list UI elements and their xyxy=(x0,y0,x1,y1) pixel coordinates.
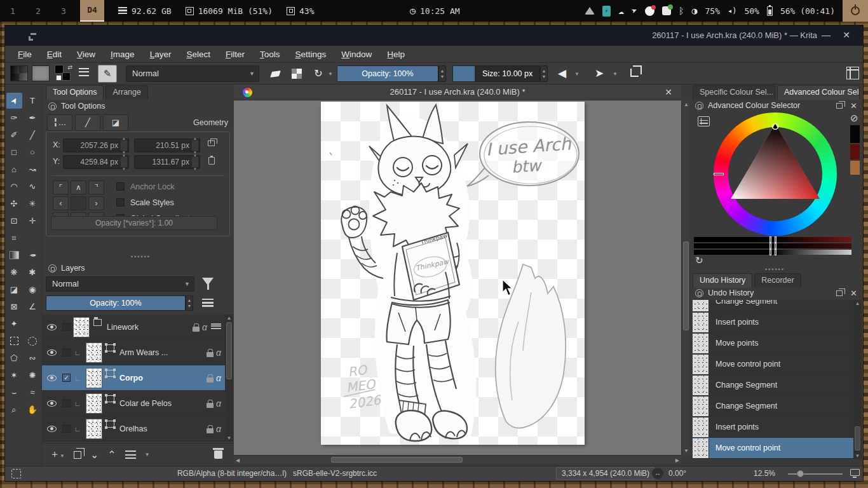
freehand-select-tool[interactable]: ∾ xyxy=(25,350,41,366)
no-color-icon[interactable]: ⊘ xyxy=(850,112,858,124)
interaction-mode-button[interactable]: ╏… xyxy=(47,114,72,131)
undo-item[interactable]: Change Segment xyxy=(693,375,853,396)
layer-row-corpo[interactable]: ✓ ∟ Corpo α xyxy=(42,365,225,391)
scroll-up-icon[interactable]: ▲ xyxy=(684,102,689,107)
scroll-up-icon[interactable]: ▲ xyxy=(853,301,862,306)
transform-tool[interactable]: ⊡ xyxy=(6,213,22,229)
size-slider[interactable]: Size: 10.00 px xyxy=(452,65,540,82)
layer-options-icon[interactable] xyxy=(202,299,214,307)
width-input[interactable]: 210.51 px ▲▼ xyxy=(134,139,200,152)
canvas[interactable]: Thinkpaw Thinkpaw xyxy=(321,102,585,445)
lock-icon[interactable] xyxy=(695,289,703,297)
contiguous-select-tool[interactable]: ✶ xyxy=(6,367,22,383)
add-layer-button[interactable]: ＋▼ xyxy=(50,448,65,461)
undo-item[interactable]: Insert points xyxy=(693,417,853,438)
menu-window[interactable]: Window xyxy=(341,50,372,59)
menu-edit[interactable]: Edit xyxy=(47,50,62,59)
ellipse-tool[interactable]: ○ xyxy=(25,144,41,160)
undo-scrollbar[interactable]: ▲ ▼ xyxy=(853,300,862,459)
selection-mode-icon[interactable] xyxy=(11,469,21,478)
fill-mode-button[interactable]: ◪ xyxy=(103,114,128,131)
dynamic-brush-tool[interactable]: ✣ xyxy=(6,196,22,212)
battery-charging-icon[interactable]: ⚡ xyxy=(602,6,611,17)
swap-colors-icon[interactable]: ⇄ xyxy=(67,64,72,71)
lock-icon[interactable] xyxy=(207,403,214,408)
anchor-center[interactable] xyxy=(71,196,86,210)
alpha-icon[interactable]: α xyxy=(216,373,221,383)
canvas-hscrollbar[interactable]: ◀ ▶ xyxy=(234,455,681,464)
cloud-icon[interactable]: ☁ xyxy=(618,5,624,17)
lock-icon[interactable] xyxy=(695,102,703,110)
dock-splitter[interactable]: •••••• xyxy=(131,254,151,260)
power-button[interactable] xyxy=(843,0,868,22)
lock-icon[interactable] xyxy=(48,264,57,273)
calligraphy-tool[interactable]: ✒ xyxy=(25,110,41,126)
anchor-left[interactable]: ‹ xyxy=(53,196,69,210)
bluetooth-icon[interactable]: ᛒ xyxy=(679,6,684,16)
visibility-eye-icon[interactable] xyxy=(47,426,57,432)
mirror-vertical-icon[interactable]: ➤ xyxy=(595,67,604,80)
link-dimensions-icon[interactable] xyxy=(208,140,215,146)
scroll-left-icon[interactable]: ◀ xyxy=(236,458,240,463)
canvas-vscrollbar[interactable]: ▲ ▼ xyxy=(681,100,690,455)
workspace-active[interactable]: D4 xyxy=(80,0,104,22)
layer-select-box[interactable] xyxy=(62,323,71,331)
menu-tools[interactable]: Tools xyxy=(260,50,280,59)
colorize-mask-tool[interactable]: ✱ xyxy=(25,264,41,280)
float-panel-icon[interactable] xyxy=(836,290,843,296)
anchor-right[interactable]: › xyxy=(88,196,104,210)
reference-images-tool[interactable]: ✦ xyxy=(6,316,22,332)
scrollbar-thumb[interactable] xyxy=(683,241,689,330)
sv-triangle[interactable] xyxy=(728,121,823,201)
tab-undo-history[interactable]: Undo History xyxy=(693,273,752,288)
layer-row-colar-de-pelos[interactable]: ∟ Colar de Pelos α xyxy=(42,391,225,416)
layer-row-arm-wears[interactable]: ∟ Arm Wears ... α xyxy=(42,340,225,365)
zoom-slider-handle[interactable] xyxy=(797,470,804,477)
lock-icon[interactable] xyxy=(207,352,214,357)
rectangle-tool[interactable]: □ xyxy=(6,144,22,160)
undo-item[interactable]: Move points xyxy=(693,333,853,354)
polygon-tool[interactable]: ⌂ xyxy=(6,161,22,177)
layer-blend-mode-dropdown[interactable]: Normal ▼ xyxy=(46,276,194,292)
workspace-chooser-button[interactable] xyxy=(846,67,859,79)
layer-scrollbar[interactable]: ▲ ▼ xyxy=(225,315,233,442)
shade-strip-1[interactable] xyxy=(694,237,851,242)
layer-opacity-slider[interactable]: Opacity: 100% xyxy=(46,295,186,311)
visibility-eye-icon[interactable] xyxy=(47,375,57,381)
brush-editor-button[interactable]: ✎ xyxy=(98,65,117,83)
layer-select-box[interactable] xyxy=(62,399,71,407)
lock-icon[interactable] xyxy=(193,327,200,332)
duplicate-layer-button[interactable] xyxy=(74,451,81,459)
wifi-icon[interactable] xyxy=(585,7,595,15)
fill-tool[interactable]: ◪ xyxy=(6,281,22,297)
discord-icon[interactable] xyxy=(645,6,654,16)
zoom-tool[interactable]: ⌕ xyxy=(6,402,22,417)
fit-to-screen-icon[interactable] xyxy=(850,469,860,476)
height-input[interactable]: 1311.67 px ▲▼ xyxy=(134,155,200,169)
shade-strip-2[interactable] xyxy=(694,243,851,248)
float-panel-icon[interactable] xyxy=(836,103,843,109)
selector-settings-icon[interactable] xyxy=(698,116,710,126)
paste-offset-icon[interactable] xyxy=(208,157,215,165)
multibrush-tool[interactable]: ✳ xyxy=(25,196,41,212)
canvas-rotation-icon[interactable]: ↔ xyxy=(652,468,663,479)
shade-strip-3[interactable] xyxy=(694,250,851,255)
passthrough-icon[interactable] xyxy=(211,323,221,331)
refresh-shades-icon[interactable]: ↻ xyxy=(695,255,703,266)
anchor-top-left[interactable]: ⌜ xyxy=(53,180,69,194)
menu-file[interactable]: File xyxy=(18,50,32,59)
move-layer-up-button[interactable]: ⌃ xyxy=(107,449,116,461)
eraser-toggle-button[interactable] xyxy=(266,65,285,82)
menu-image[interactable]: Image xyxy=(111,50,135,59)
move-tool[interactable]: ✛ xyxy=(25,213,41,229)
x-position-input[interactable]: 2057.26 px ▲▼ xyxy=(63,139,129,152)
swatch-orange[interactable] xyxy=(850,161,860,175)
menu-filter[interactable]: Filter xyxy=(226,50,245,59)
mirror-horizontal-icon[interactable]: ◀ xyxy=(558,67,566,80)
move-layer-down-button[interactable]: ⌄ xyxy=(90,449,98,461)
smart-patch-tool[interactable]: ❋ xyxy=(6,264,22,280)
menu-settings[interactable]: Settings xyxy=(295,50,326,59)
default-colors[interactable] xyxy=(56,75,62,81)
undo-item[interactable]: Change Segment xyxy=(693,300,853,312)
spinner-icon[interactable]: ▲▼ xyxy=(192,157,198,167)
